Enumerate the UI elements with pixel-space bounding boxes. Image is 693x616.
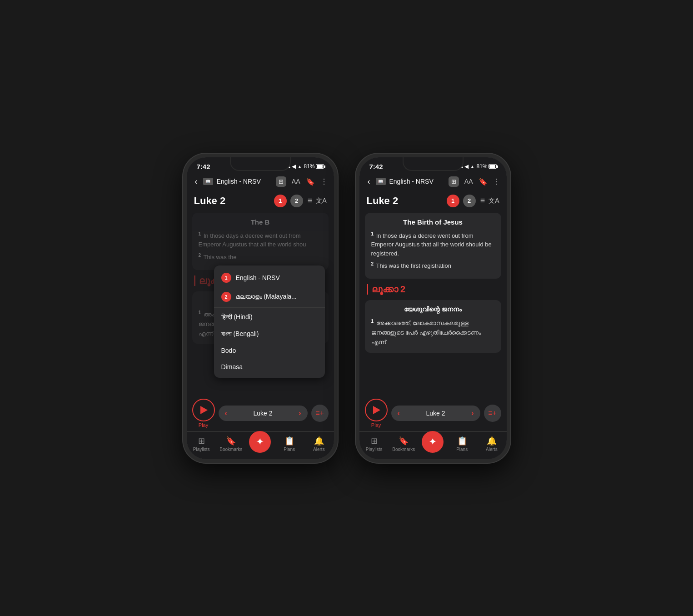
- bookmark-icon-left[interactable]: 🔖: [306, 177, 315, 186]
- dropdown-text-english: English - NRSV: [236, 274, 280, 281]
- playlists-label-left: Playlists: [193, 447, 210, 452]
- font-size-icon-right[interactable]: AA: [464, 178, 473, 185]
- badge-1-right[interactable]: 1: [447, 195, 459, 207]
- tab-alerts-left[interactable]: 🔔 Alerts: [308, 436, 330, 452]
- translate-icon-left[interactable]: 文A: [316, 197, 326, 205]
- plans-icon-left: 📋: [284, 436, 294, 446]
- more-icon-right[interactable]: ⋮: [493, 177, 500, 186]
- right-phone-screen: 7:42 ▲◀ ▲ 81% ‹ 📖: [359, 157, 507, 459]
- dropdown-text-bodo: Bodo: [221, 347, 236, 354]
- dropdown-text-bengali: বাংলা (Bengali): [221, 330, 259, 338]
- playlists-label-right: Playlists: [366, 447, 383, 452]
- chapter-nav-left[interactable]: ‹ Luke 2 ›: [219, 406, 308, 421]
- bottom-controls-left: Play ‹ Luke 2 › ≡+: [187, 395, 334, 431]
- translate-icon-right[interactable]: 文A: [489, 197, 499, 205]
- bookmarks-label-left: Bookmarks: [219, 447, 242, 452]
- dropdown-badge-2: 2: [221, 292, 231, 302]
- time-left: 7:42: [197, 163, 210, 170]
- battery-icon-left: [316, 164, 324, 169]
- tab-plans-right[interactable]: 📋 Plans: [451, 436, 474, 452]
- status-bar-right: 7:42 ▲◀ ▲ 81%: [359, 157, 507, 172]
- plus-icon-right: ✦: [429, 436, 437, 448]
- playlists-icon-right: ⊞: [371, 436, 378, 446]
- nav-bar-right: ‹ 📖 English - NRSV ⊞ AA 🔖 ⋮: [359, 172, 507, 191]
- badge-2-right[interactable]: 2: [463, 195, 476, 207]
- grid-button-left[interactable]: ⊞: [276, 176, 286, 187]
- dropdown-badge-1: 1: [221, 273, 231, 283]
- list-icon-right[interactable]: ≡: [480, 196, 485, 205]
- section-heading-left: The B: [199, 218, 322, 226]
- dropdown-item-hindi[interactable]: हिन्दी (Hindi): [214, 309, 325, 326]
- mal-verse-1-right: 1 അക്കാലത്ത്, ലോകമാസകലമുള്ള ജനങ്ങളുടെ പേ…: [371, 318, 495, 347]
- chapter-prev-right[interactable]: ‹: [398, 409, 400, 417]
- chapter-title-right: Luke 2: [367, 195, 443, 207]
- bookmark-icon-right[interactable]: 🔖: [479, 177, 488, 186]
- bookmarks-icon-left: 🔖: [226, 436, 236, 446]
- dropdown-text-hindi: हिन्दी (Hindi): [221, 313, 253, 321]
- left-phone: 7:42 ▲◀ ▲ 81% ‹ 📖: [183, 154, 338, 463]
- chapter-header-left: Luke 2 1 2 ≡ 文A: [187, 191, 334, 211]
- tab-playlists-left[interactable]: ⊞ Playlists: [190, 436, 213, 452]
- verse-2-left: 2 This was the: [199, 252, 322, 262]
- plans-label-right: Plans: [456, 447, 468, 452]
- back-button-right[interactable]: ‹: [366, 175, 372, 188]
- translation-label-right[interactable]: English - NRSV: [389, 178, 445, 185]
- chapter-prev-left[interactable]: ‹: [225, 409, 227, 417]
- add-playlist-btn-left[interactable]: ≡+: [311, 405, 329, 422]
- add-playlist-icon-right: ≡+: [488, 409, 497, 417]
- tab-plans-left[interactable]: 📋 Plans: [278, 436, 301, 452]
- play-button-right[interactable]: [365, 399, 388, 421]
- dropdown-item-english[interactable]: 1 English - NRSV: [214, 268, 325, 287]
- mal-section-header-right: ലൂക്കാ 2: [359, 280, 507, 298]
- list-icon-left[interactable]: ≡: [308, 196, 313, 205]
- nav-bar-left: ‹ 📖 English - NRSV ⊞ AA 🔖 ⋮: [187, 172, 334, 191]
- play-area-right: Play: [365, 399, 388, 428]
- plans-label-left: Plans: [284, 447, 295, 452]
- badge-1-left[interactable]: 1: [274, 195, 287, 207]
- chapter-next-right[interactable]: ›: [471, 409, 474, 417]
- font-size-icon-left[interactable]: AA: [292, 178, 300, 185]
- grid-button-right[interactable]: ⊞: [449, 176, 459, 187]
- badge-2-left[interactable]: 2: [290, 195, 303, 207]
- dropdown-item-malayalam[interactable]: 2 മലയാളം (Malayala...: [214, 287, 325, 306]
- right-phone: 7:42 ▲◀ ▲ 81% ‹ 📖: [356, 154, 510, 463]
- chapter-next-left[interactable]: ›: [299, 409, 301, 417]
- plus-icon-left: ✦: [256, 436, 264, 448]
- status-icons-left: ▲◀ ▲ 81%: [286, 163, 324, 170]
- add-playlist-btn-right[interactable]: ≡+: [484, 405, 501, 422]
- dropdown-item-dimasa[interactable]: Dimasa: [214, 359, 325, 375]
- battery-icon-right: [489, 164, 497, 169]
- add-playlist-icon-left: ≡+: [315, 409, 324, 417]
- play-area-left: Play: [192, 399, 215, 428]
- dropdown-item-bengali[interactable]: বাংলা (Bengali): [214, 326, 325, 342]
- play-label-right: Play: [371, 422, 381, 428]
- center-tab-button-left[interactable]: ✦: [249, 431, 271, 453]
- content-area-left: The B 1 In those days a decree went out …: [187, 211, 334, 395]
- nav-actions-right: ⊞ AA 🔖 ⋮: [449, 176, 500, 187]
- back-button-left[interactable]: ‹: [193, 175, 199, 188]
- tab-alerts-right[interactable]: 🔔 Alerts: [480, 436, 503, 452]
- chapter-title-left: Luke 2: [194, 195, 270, 207]
- play-button-left[interactable]: [192, 399, 215, 421]
- verse-1-left: 1 In those days a decree went out from E…: [199, 230, 322, 249]
- left-phone-screen: 7:42 ▲◀ ▲ 81% ‹ 📖: [187, 157, 334, 459]
- signal-icon-left: ▲◀: [286, 163, 296, 170]
- language-dropdown[interactable]: 1 English - NRSV 2 മലയാളം (Malayala... ह…: [214, 265, 325, 378]
- alerts-label-right: Alerts: [486, 447, 498, 452]
- content-area-right: The Birth of Jesus 1 In those days a dec…: [359, 211, 507, 395]
- english-section-left: The B 1 In those days a decree went out …: [192, 213, 329, 270]
- chapter-nav-right[interactable]: ‹ Luke 2 ›: [391, 406, 480, 421]
- mal-section-right: യേശുവിന്റെ ജനനം 1 അക്കാലത്ത്, ലോകമാസകലമു…: [365, 300, 501, 353]
- tab-bar-right: ⊞ Playlists 🔖 Bookmarks ✦ 📋 Plans 🔔 Aler…: [359, 431, 507, 459]
- mal-heading-right: യേശുവിന്റെ ജനനം: [371, 305, 495, 313]
- dropdown-item-bodo[interactable]: Bodo: [214, 342, 325, 359]
- play-triangle-right: [373, 406, 380, 414]
- mal-title-right: ലൂക്കാ 2: [367, 284, 406, 295]
- alerts-icon-right: 🔔: [487, 436, 497, 446]
- tab-playlists-right[interactable]: ⊞ Playlists: [363, 436, 385, 452]
- more-icon-left[interactable]: ⋮: [320, 177, 328, 186]
- tab-bookmarks-right[interactable]: 🔖 Bookmarks: [392, 436, 415, 452]
- center-tab-button-right[interactable]: ✦: [422, 431, 444, 453]
- tab-bookmarks-left[interactable]: 🔖 Bookmarks: [219, 436, 242, 452]
- translation-label-left[interactable]: English - NRSV: [217, 178, 272, 185]
